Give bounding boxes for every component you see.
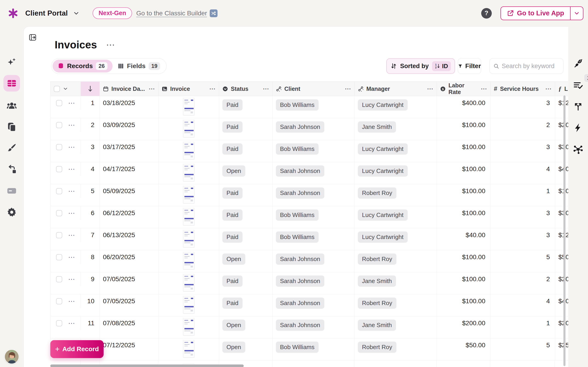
sort-field-chip[interactable]: 1 2 ID (432, 61, 451, 71)
row-menu-button[interactable]: ⋯ (68, 210, 75, 217)
add-record-button[interactable]: + Add Record (50, 340, 104, 358)
select-all-checkbox[interactable] (54, 86, 60, 92)
invoice-thumbnail[interactable] (183, 208, 195, 225)
column-menu-button[interactable]: ⋯ (263, 85, 269, 92)
row-checkbox[interactable] (56, 276, 62, 282)
status-pill: Paid (222, 209, 242, 221)
row-checkbox[interactable] (56, 100, 62, 106)
header-labor-rate[interactable]: $ Labor Rate ⋯ (437, 82, 491, 96)
table-row[interactable]: ⋯ 1 03/18/2025 Paid Bob Williams Lucy Ca… (51, 96, 568, 118)
row-checkbox[interactable] (56, 298, 62, 304)
header-id-sorted[interactable] (81, 82, 100, 96)
go-to-live-app-button[interactable]: Go to Live App (501, 6, 583, 20)
row-menu-button[interactable]: ⋯ (68, 122, 75, 128)
header-client[interactable]: Client ⋯ (273, 82, 355, 96)
cell-id: 10 (87, 298, 95, 305)
app-name[interactable]: Client Portal (25, 9, 68, 17)
collapse-panel-button[interactable] (28, 33, 37, 42)
row-menu-button[interactable]: ⋯ (68, 166, 75, 173)
table-row[interactable]: ⋯ 3 03/17/2025 Paid Bob Williams Lucy Ca… (51, 140, 568, 162)
invoice-thumbnail[interactable] (183, 252, 195, 269)
integrations-button[interactable] (572, 144, 584, 155)
row-menu-button[interactable]: ⋯ (68, 298, 75, 305)
table-row[interactable]: ⋯ 11 07/08/2025 Open Sarah Johnson Jane … (51, 316, 568, 338)
invoice-thumbnail[interactable] (183, 142, 195, 159)
search-field[interactable] (489, 58, 563, 74)
row-checkbox[interactable] (56, 254, 62, 260)
table-row[interactable]: ⋯ 12 07/12/2025 Open Bob Williams Robert… (51, 338, 568, 360)
sidebar-item-flows[interactable] (5, 163, 18, 176)
invoice-thumbnail[interactable] (183, 274, 195, 292)
table-row[interactable]: ⋯ 7 06/13/2025 Paid Bob Williams Lucy Ca… (51, 228, 568, 250)
column-menu-button[interactable]: ⋯ (481, 85, 487, 92)
row-checkbox[interactable] (56, 232, 62, 238)
help-button[interactable]: ? (481, 8, 492, 19)
invoice-thumbnail[interactable] (183, 120, 195, 137)
row-menu-button[interactable]: ⋯ (68, 188, 75, 194)
vertical-scrollbar[interactable] (563, 95, 565, 366)
row-menu-button[interactable]: ⋯ (68, 276, 75, 283)
horizontal-scrollbar[interactable] (50, 365, 244, 367)
row-checkbox[interactable] (56, 144, 62, 150)
page-menu-button[interactable]: ⋯ (106, 42, 115, 47)
row-checkbox[interactable] (56, 320, 62, 326)
table-row[interactable]: ⋯ 9 07/05/2025 Paid Sarah Johnson Jane S… (51, 272, 568, 294)
table-row[interactable]: ⋯ 5 05/09/2025 Paid Sarah Johnson Robert… (51, 184, 568, 206)
column-menu-button[interactable]: ⋯ (345, 85, 351, 92)
row-checkbox[interactable] (56, 210, 62, 216)
header-labor-cost[interactable]: ƒ L (555, 82, 568, 96)
row-checkbox[interactable] (56, 188, 62, 194)
invoice-thumbnail[interactable] (183, 318, 195, 336)
header-service-hours[interactable]: # Service Hours ⋯ (491, 82, 555, 96)
table-row[interactable]: ⋯ 10 07/05/2025 Paid Sarah Johnson Rober… (51, 294, 568, 316)
app-switcher-chevron-icon[interactable] (73, 10, 80, 17)
column-menu-button[interactable]: ⋯ (149, 85, 155, 92)
sidebar-item-users[interactable] (5, 99, 18, 112)
invoice-thumbnail[interactable] (183, 296, 195, 314)
live-app-dropdown-button[interactable] (571, 7, 583, 20)
header-select-all[interactable] (51, 82, 81, 96)
classic-builder-link[interactable]: Go to the Classic Builder (136, 10, 207, 17)
sidebar-item-settings[interactable] (5, 206, 18, 219)
branching-button[interactable] (572, 101, 584, 112)
table-row[interactable]: ⋯ 8 06/20/2025 Open Sarah Johnson Robert… (51, 250, 568, 272)
sidebar-item-theme[interactable] (5, 142, 18, 154)
automations-button[interactable] (572, 122, 584, 133)
row-menu-button[interactable]: ⋯ (68, 320, 75, 327)
header-manager[interactable]: Manager ⋯ (355, 82, 437, 96)
tab-records[interactable]: Records 26 (52, 60, 112, 73)
search-input[interactable] (502, 63, 560, 70)
invoice-thumbnail[interactable] (183, 164, 195, 181)
sidebar-item-billing[interactable] (5, 184, 18, 197)
sidebar-item-data-tables[interactable] (3, 75, 20, 92)
column-menu-button[interactable]: ⋯ (209, 85, 216, 92)
filter-button[interactable]: Filter (458, 58, 481, 74)
invoice-thumbnail[interactable] (183, 98, 195, 115)
header-invoice[interactable]: Invoice ⋯ (158, 82, 219, 96)
connections-button[interactable]: 2 (572, 58, 584, 69)
column-menu-button[interactable]: ⋯ (427, 85, 433, 92)
softr-logo-icon[interactable] (8, 8, 18, 19)
row-checkbox[interactable] (56, 122, 62, 128)
table-row[interactable]: ⋯ 2 03/09/2025 Paid Sarah Johnson Jane S… (51, 118, 568, 140)
user-avatar[interactable] (4, 349, 19, 364)
table-row[interactable]: ⋯ 6 06/12/2025 Paid Bob Williams Lucy Ca… (51, 206, 568, 228)
invoice-thumbnail[interactable] (183, 230, 195, 248)
go-to-live-app-main[interactable]: Go to Live App (501, 7, 571, 20)
row-menu-button[interactable]: ⋯ (68, 232, 75, 239)
table-row[interactable]: ⋯ 4 04/17/2025 Open Sarah Johnson Lucy C… (51, 162, 568, 184)
tasks-button[interactable] (572, 80, 584, 91)
column-menu-button[interactable]: ⋯ (545, 85, 552, 92)
invoice-thumbnail[interactable] (183, 340, 195, 358)
invoice-thumbnail[interactable] (183, 186, 195, 203)
row-menu-button[interactable]: ⋯ (68, 144, 75, 150)
row-checkbox[interactable] (56, 166, 62, 172)
header-status[interactable]: Status ⋯ (219, 82, 273, 96)
sidebar-item-ai[interactable] (5, 56, 18, 69)
tab-fields[interactable]: Fields 19 (112, 60, 165, 73)
sorted-by-button[interactable]: Sorted by 1 2 ID (386, 58, 455, 74)
row-menu-button[interactable]: ⋯ (68, 254, 75, 261)
header-invoice-date[interactable]: Invoice Da... ⋯ (100, 82, 158, 96)
row-menu-button[interactable]: ⋯ (68, 100, 75, 106)
sidebar-item-pages[interactable] (5, 120, 18, 133)
